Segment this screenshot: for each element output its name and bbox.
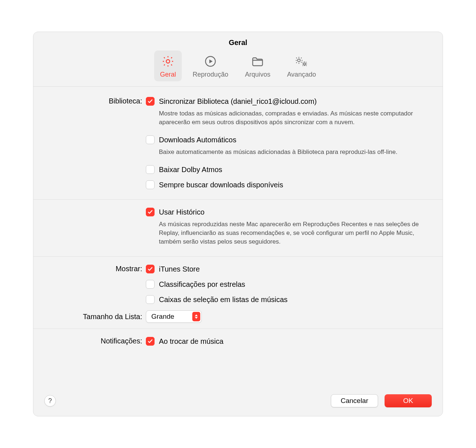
option-auto-downloads: Downloads Automáticos (146, 135, 428, 145)
option-list-checkboxes: Caixas de seleção em listas de músicas (146, 294, 428, 305)
checkbox-always-check[interactable] (146, 180, 155, 189)
section-label-library: Biblioteca: (41, 96, 146, 195)
preferences-window: Geral Geral Reprodução (33, 32, 443, 416)
checkbox-auto-downloads[interactable] (146, 135, 155, 144)
stepper-icon (192, 312, 200, 321)
divider (33, 199, 443, 200)
checkbox-itunes-store[interactable] (146, 265, 155, 273)
svg-point-2 (298, 59, 300, 61)
section-list-size: Tamanho da Lista: Grande (33, 310, 443, 323)
section-label-show: Mostrar: (41, 264, 146, 310)
svg-point-0 (166, 60, 170, 63)
divider (33, 256, 443, 257)
divider (33, 329, 443, 329)
option-always-check: Sempre buscar downloads disponíveis (146, 180, 428, 190)
option-label: Sincronizar Biblioteca (daniel_rico1@icl… (159, 96, 317, 106)
tab-files[interactable]: Arquivos (239, 50, 276, 81)
section-notifications: Notificações: Ao trocar de música (33, 336, 443, 349)
prefs-toolbar: Geral Reprodução Arqui (33, 50, 443, 87)
tab-label: Arquivos (245, 71, 270, 78)
tab-label: Reprodução (193, 71, 228, 78)
checkbox-sync-library[interactable] (146, 97, 155, 106)
option-label: iTunes Store (159, 264, 200, 274)
section-label-list-size: Tamanho da Lista: (41, 313, 146, 321)
option-label: Caixas de seleção em listas de músicas (159, 294, 288, 305)
select-value: Grande (151, 313, 174, 321)
gears-icon (294, 54, 309, 69)
checkbox-use-history[interactable] (146, 208, 155, 216)
option-sync-library: Sincronizar Biblioteca (daniel_rico1@icl… (146, 96, 428, 106)
ok-button[interactable]: OK (385, 394, 432, 407)
select-list-size[interactable]: Grande (146, 310, 202, 323)
prefs-content: Biblioteca: Sincronizar Biblioteca (dani… (33, 87, 443, 388)
tab-label: Avançado (287, 71, 316, 78)
option-label: Usar Histórico (159, 207, 205, 217)
section-library: Biblioteca: Sincronizar Biblioteca (dani… (33, 96, 443, 195)
option-description: As músicas reproduzidas neste Mac aparec… (159, 220, 428, 246)
option-use-history: Usar Histórico (146, 207, 428, 217)
window-footer: ? Cancelar OK (33, 388, 443, 416)
option-itunes-store: iTunes Store (146, 264, 428, 274)
option-label: Downloads Automáticos (159, 135, 236, 145)
tab-playback[interactable]: Reprodução (187, 50, 234, 81)
tab-label: Geral (160, 71, 176, 78)
option-description: Baixe automaticamente as músicas adicion… (159, 148, 428, 156)
help-button[interactable]: ? (44, 395, 56, 407)
option-label: Sempre buscar downloads disponíveis (159, 180, 283, 190)
window-title: Geral (33, 38, 443, 47)
option-description: Mostre todas as músicas adicionadas, com… (159, 109, 428, 127)
play-circle-icon (203, 54, 218, 69)
option-dolby-atmos: Baixar Dolby Atmos (146, 164, 428, 175)
folder-icon (250, 54, 265, 69)
option-label: Baixar Dolby Atmos (159, 164, 222, 175)
tab-advanced[interactable]: Avançado (281, 50, 322, 81)
section-show: Mostrar: iTunes Store Classificações por… (33, 264, 443, 310)
tab-general[interactable]: Geral (154, 50, 182, 81)
gear-icon (161, 54, 175, 69)
checkbox-star-ratings[interactable] (146, 280, 155, 289)
window-header: Geral Geral Reprodução (33, 32, 443, 87)
section-label-notifications: Notificações: (41, 336, 146, 349)
option-label: Ao trocar de música (159, 336, 223, 346)
section-history: Usar Histórico As músicas reproduzidas n… (33, 207, 443, 252)
option-song-change: Ao trocar de música (146, 336, 428, 346)
option-label: Classificações por estrelas (159, 279, 245, 289)
option-star-ratings: Classificações por estrelas (146, 279, 428, 289)
cancel-button[interactable]: Cancelar (331, 394, 378, 407)
svg-point-3 (304, 63, 306, 65)
checkbox-dolby-atmos[interactable] (146, 165, 155, 174)
checkbox-song-change[interactable] (146, 337, 155, 346)
checkbox-list-checkboxes[interactable] (146, 295, 155, 304)
